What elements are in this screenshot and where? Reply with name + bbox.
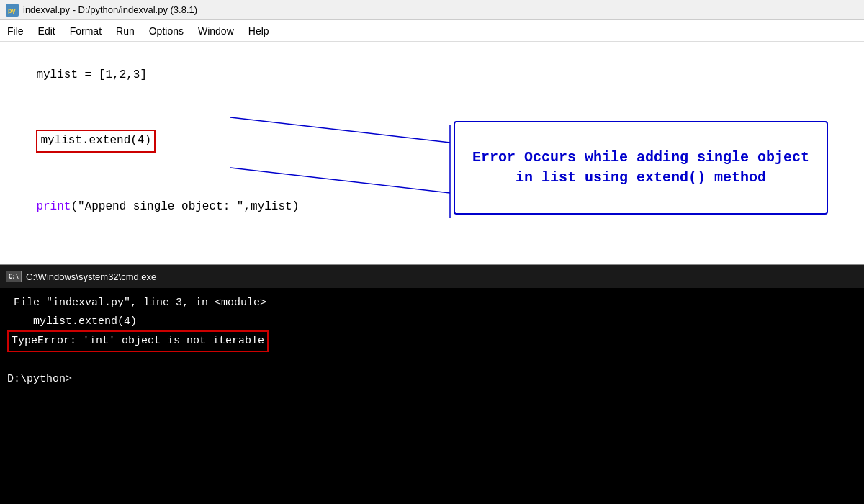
terminal-title-bar: C:\ C:\Windows\system32\cmd.exe xyxy=(0,265,864,288)
editor-area: mylist = [1,2,3] mylist.extend(4) print(… xyxy=(0,42,864,265)
cmd-icon: C:\ xyxy=(6,271,22,282)
terminal-line-2: mylist.extend(4) xyxy=(7,312,857,331)
print-keyword: print xyxy=(36,200,71,213)
python-file-icon: py xyxy=(6,4,19,17)
menu-run[interactable]: Run xyxy=(109,24,142,38)
menu-format[interactable]: Format xyxy=(63,24,109,38)
title-text: indexval.py - D:/python/indexval.py (3.8… xyxy=(23,4,197,15)
terminal-line-3: TypeError: 'int' object is not iterable xyxy=(7,330,857,352)
menu-bar: File Edit Format Run Options Window Help xyxy=(0,20,864,42)
menu-edit[interactable]: Edit xyxy=(31,24,63,38)
menu-options[interactable]: Options xyxy=(142,24,191,38)
terminal-title-text: C:\Windows\system32\cmd.exe xyxy=(26,271,156,282)
menu-window[interactable]: Window xyxy=(191,24,241,38)
title-bar: py indexval.py - D:/python/indexval.py (… xyxy=(0,0,864,20)
highlighted-code: mylist.extend(4) xyxy=(36,130,156,153)
svg-text:py: py xyxy=(8,7,16,14)
code-line-1: mylist = [1,2,3] xyxy=(9,48,855,103)
menu-help[interactable]: Help xyxy=(241,24,276,38)
terminal-line-4 xyxy=(7,352,857,371)
code-line-2: mylist.extend(4) xyxy=(9,112,855,171)
terminal-container: C:\ C:\Windows\system32\cmd.exe File "in… xyxy=(0,265,864,504)
print-args: ("Append single object: ",mylist) xyxy=(71,200,299,213)
code-line-3: print("Append single object: ",mylist) xyxy=(9,180,855,235)
terminal-line-5: D:\python> xyxy=(7,370,857,389)
menu-file[interactable]: File xyxy=(0,24,31,38)
terminal-line-1: File "indexval.py", line 3, in <module> xyxy=(7,294,857,312)
code-line-1-text: mylist = [1,2,3] xyxy=(36,68,147,81)
terminal-content: File "indexval.py", line 3, in <module> … xyxy=(0,288,864,395)
error-highlight: TypeError: 'int' object is not iterable xyxy=(7,330,269,352)
